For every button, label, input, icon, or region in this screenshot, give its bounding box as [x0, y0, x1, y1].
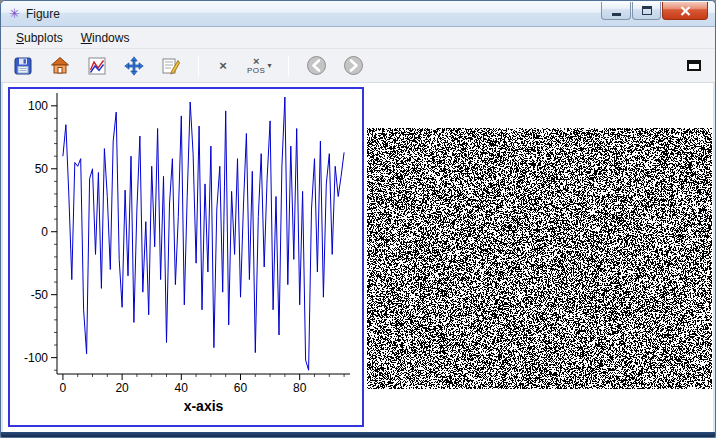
app-icon: ✳: [9, 7, 20, 20]
position-tool-stack: × POS: [247, 56, 265, 75]
svg-text:20: 20: [115, 381, 129, 395]
chevron-down-icon: ▾: [267, 61, 271, 70]
toolbar-separator: [288, 56, 289, 76]
edit-form-icon: [161, 56, 181, 76]
maximize-rect-icon: [687, 60, 701, 71]
pan-button[interactable]: [122, 54, 146, 78]
figure-window: ✳ Figure Subplots Windows: [0, 0, 716, 438]
svg-text:x-axis: x-axis: [184, 398, 224, 414]
toolbar-separator: [198, 56, 199, 76]
noise-image[interactable]: [367, 128, 712, 389]
svg-text:60: 60: [234, 381, 248, 395]
save-button[interactable]: [11, 54, 35, 78]
menubar: Subplots Windows: [1, 27, 715, 49]
minimize-icon: [612, 13, 621, 16]
svg-text:40: 40: [175, 381, 189, 395]
svg-text:-50: -50: [31, 288, 49, 302]
maximize-icon: [642, 6, 652, 15]
arrow-right-circle-icon: [343, 55, 364, 76]
line-plot-panel[interactable]: -100-50050100020406080x-axis: [8, 87, 364, 427]
svg-text:50: 50: [35, 162, 49, 176]
home-icon: [50, 56, 70, 76]
close-icon: [680, 6, 691, 16]
titlebar[interactable]: ✳ Figure: [1, 1, 715, 27]
fullscreen-button[interactable]: [683, 55, 705, 77]
position-tool-dropdown[interactable]: × POS ▾: [245, 55, 273, 76]
cross-marker-button[interactable]: ×: [214, 54, 232, 78]
maximize-button[interactable]: [632, 2, 661, 20]
svg-text:80: 80: [293, 381, 307, 395]
curves-plot-icon: [87, 56, 107, 76]
edit-parameters-button[interactable]: [159, 54, 183, 78]
floppy-disk-icon: [13, 56, 33, 76]
arrow-left-circle-icon: [306, 55, 327, 76]
forward-button[interactable]: [341, 54, 365, 78]
move-arrows-icon: [124, 56, 144, 76]
home-button[interactable]: [48, 54, 72, 78]
position-tool-label: POS: [247, 67, 265, 75]
minimize-button[interactable]: [601, 2, 631, 20]
figure-canvas-area: -100-50050100020406080x-axis: [3, 83, 713, 432]
menu-subplots[interactable]: Subplots: [7, 28, 72, 48]
plot-axes-button[interactable]: [85, 54, 109, 78]
line-plot-svg: -100-50050100020406080x-axis: [10, 89, 362, 425]
svg-text:100: 100: [28, 99, 48, 113]
toolbar: × × POS ▾: [1, 49, 715, 83]
window-controls: [600, 2, 708, 20]
window-title: Figure: [26, 7, 60, 21]
window-bottom-frame: [1, 432, 715, 437]
svg-text:-100: -100: [24, 351, 48, 365]
svg-text:0: 0: [60, 381, 67, 395]
back-button[interactable]: [304, 54, 328, 78]
svg-text:0: 0: [41, 225, 48, 239]
menu-windows[interactable]: Windows: [72, 28, 139, 48]
close-button[interactable]: [662, 2, 708, 20]
